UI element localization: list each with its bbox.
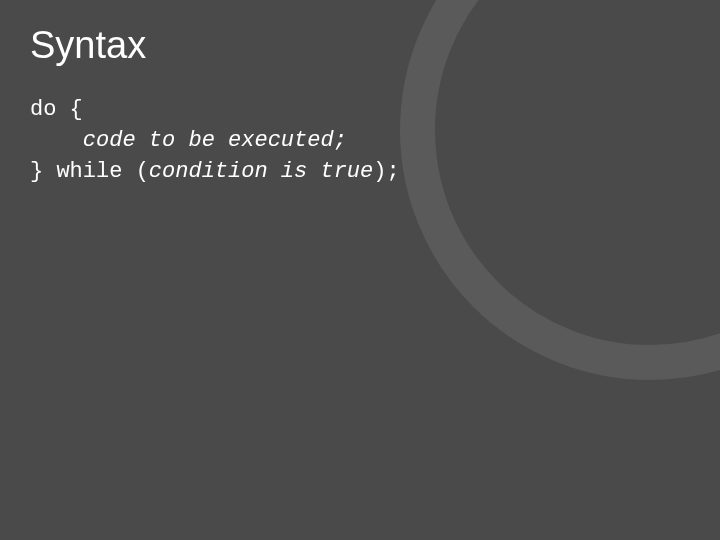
code-line3-paren-close: );	[373, 159, 399, 184]
code-line3-brace: }	[30, 159, 56, 184]
code-line3-condition: condition is true	[149, 159, 373, 184]
code-line2-text: code to be executed;	[83, 128, 347, 153]
code-line3-paren-open: (	[136, 159, 149, 184]
slide-content: Syntax do { code to be executed; } while…	[0, 0, 720, 211]
code-line3-keyword: while	[56, 159, 135, 184]
code-line2-indent	[30, 128, 83, 153]
code-line1-keyword: do	[30, 97, 70, 122]
code-block: do { code to be executed; } while (condi…	[30, 95, 690, 187]
slide-title: Syntax	[30, 24, 690, 67]
code-line1-brace: {	[70, 97, 83, 122]
